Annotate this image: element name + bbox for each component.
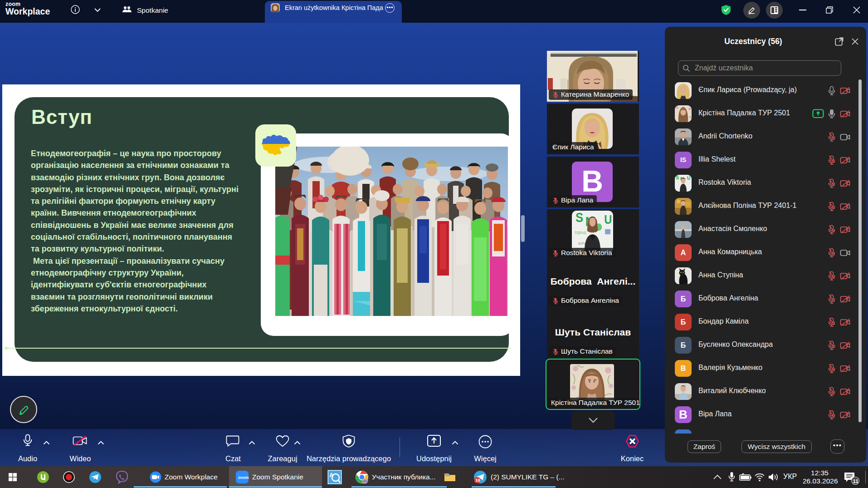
svg-text:11: 11: [853, 478, 859, 484]
svg-text:S: S: [575, 211, 583, 225]
svg-text:U: U: [604, 213, 612, 227]
svg-text:18: 18: [475, 478, 480, 483]
svg-text:ТОРАS: ТОРАS: [575, 231, 586, 236]
svg-text:S: S: [676, 175, 679, 180]
svg-text:U: U: [687, 176, 690, 181]
svg-text:zoom: zoom: [238, 475, 249, 480]
